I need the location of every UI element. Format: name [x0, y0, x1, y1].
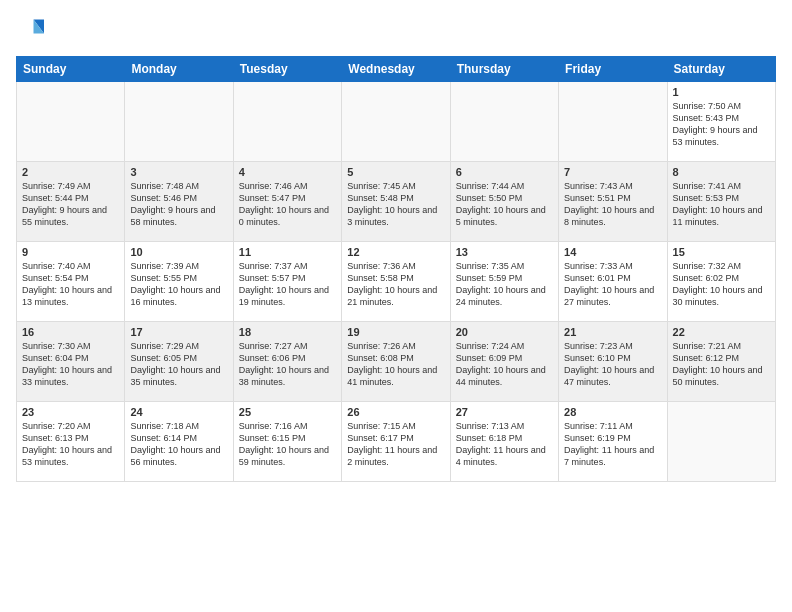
day-info: Sunrise: 7:18 AM Sunset: 6:14 PM Dayligh…	[130, 420, 227, 469]
day-number: 23	[22, 406, 119, 418]
calendar-cell: 18Sunrise: 7:27 AM Sunset: 6:06 PM Dayli…	[233, 322, 341, 402]
day-number: 13	[456, 246, 553, 258]
day-info: Sunrise: 7:11 AM Sunset: 6:19 PM Dayligh…	[564, 420, 661, 469]
calendar-week-row: 9Sunrise: 7:40 AM Sunset: 5:54 PM Daylig…	[17, 242, 776, 322]
weekday-header-wednesday: Wednesday	[342, 57, 450, 82]
day-number: 17	[130, 326, 227, 338]
calendar-cell: 15Sunrise: 7:32 AM Sunset: 6:02 PM Dayli…	[667, 242, 775, 322]
day-number: 22	[673, 326, 770, 338]
calendar-cell	[125, 82, 233, 162]
calendar-cell: 3Sunrise: 7:48 AM Sunset: 5:46 PM Daylig…	[125, 162, 233, 242]
day-number: 26	[347, 406, 444, 418]
calendar-cell	[450, 82, 558, 162]
day-info: Sunrise: 7:32 AM Sunset: 6:02 PM Dayligh…	[673, 260, 770, 309]
calendar-cell	[17, 82, 125, 162]
day-number: 25	[239, 406, 336, 418]
page-header	[16, 16, 776, 44]
calendar-cell: 25Sunrise: 7:16 AM Sunset: 6:15 PM Dayli…	[233, 402, 341, 482]
day-number: 2	[22, 166, 119, 178]
calendar-cell: 24Sunrise: 7:18 AM Sunset: 6:14 PM Dayli…	[125, 402, 233, 482]
day-number: 11	[239, 246, 336, 258]
weekday-header-monday: Monday	[125, 57, 233, 82]
day-number: 8	[673, 166, 770, 178]
day-number: 5	[347, 166, 444, 178]
calendar-cell: 6Sunrise: 7:44 AM Sunset: 5:50 PM Daylig…	[450, 162, 558, 242]
calendar-cell: 28Sunrise: 7:11 AM Sunset: 6:19 PM Dayli…	[559, 402, 667, 482]
day-number: 20	[456, 326, 553, 338]
day-info: Sunrise: 7:13 AM Sunset: 6:18 PM Dayligh…	[456, 420, 553, 469]
calendar-cell: 4Sunrise: 7:46 AM Sunset: 5:47 PM Daylig…	[233, 162, 341, 242]
weekday-header-sunday: Sunday	[17, 57, 125, 82]
calendar-cell	[342, 82, 450, 162]
day-number: 9	[22, 246, 119, 258]
day-number: 14	[564, 246, 661, 258]
weekday-header-row: SundayMondayTuesdayWednesdayThursdayFrid…	[17, 57, 776, 82]
calendar-cell: 10Sunrise: 7:39 AM Sunset: 5:55 PM Dayli…	[125, 242, 233, 322]
day-number: 3	[130, 166, 227, 178]
calendar-cell: 20Sunrise: 7:24 AM Sunset: 6:09 PM Dayli…	[450, 322, 558, 402]
day-info: Sunrise: 7:39 AM Sunset: 5:55 PM Dayligh…	[130, 260, 227, 309]
calendar-cell: 13Sunrise: 7:35 AM Sunset: 5:59 PM Dayli…	[450, 242, 558, 322]
day-info: Sunrise: 7:20 AM Sunset: 6:13 PM Dayligh…	[22, 420, 119, 469]
day-number: 6	[456, 166, 553, 178]
calendar-cell: 12Sunrise: 7:36 AM Sunset: 5:58 PM Dayli…	[342, 242, 450, 322]
day-info: Sunrise: 7:36 AM Sunset: 5:58 PM Dayligh…	[347, 260, 444, 309]
day-number: 18	[239, 326, 336, 338]
day-info: Sunrise: 7:33 AM Sunset: 6:01 PM Dayligh…	[564, 260, 661, 309]
day-info: Sunrise: 7:45 AM Sunset: 5:48 PM Dayligh…	[347, 180, 444, 229]
day-number: 1	[673, 86, 770, 98]
calendar-cell: 16Sunrise: 7:30 AM Sunset: 6:04 PM Dayli…	[17, 322, 125, 402]
day-info: Sunrise: 7:26 AM Sunset: 6:08 PM Dayligh…	[347, 340, 444, 389]
day-info: Sunrise: 7:15 AM Sunset: 6:17 PM Dayligh…	[347, 420, 444, 469]
day-info: Sunrise: 7:43 AM Sunset: 5:51 PM Dayligh…	[564, 180, 661, 229]
calendar-cell	[559, 82, 667, 162]
calendar-cell: 27Sunrise: 7:13 AM Sunset: 6:18 PM Dayli…	[450, 402, 558, 482]
calendar-cell: 1Sunrise: 7:50 AM Sunset: 5:43 PM Daylig…	[667, 82, 775, 162]
calendar-week-row: 16Sunrise: 7:30 AM Sunset: 6:04 PM Dayli…	[17, 322, 776, 402]
calendar-cell: 8Sunrise: 7:41 AM Sunset: 5:53 PM Daylig…	[667, 162, 775, 242]
calendar-cell: 26Sunrise: 7:15 AM Sunset: 6:17 PM Dayli…	[342, 402, 450, 482]
day-info: Sunrise: 7:49 AM Sunset: 5:44 PM Dayligh…	[22, 180, 119, 229]
day-number: 16	[22, 326, 119, 338]
calendar-cell: 21Sunrise: 7:23 AM Sunset: 6:10 PM Dayli…	[559, 322, 667, 402]
day-number: 28	[564, 406, 661, 418]
day-info: Sunrise: 7:23 AM Sunset: 6:10 PM Dayligh…	[564, 340, 661, 389]
day-info: Sunrise: 7:41 AM Sunset: 5:53 PM Dayligh…	[673, 180, 770, 229]
calendar-cell	[667, 402, 775, 482]
day-number: 21	[564, 326, 661, 338]
day-number: 12	[347, 246, 444, 258]
day-info: Sunrise: 7:30 AM Sunset: 6:04 PM Dayligh…	[22, 340, 119, 389]
day-number: 10	[130, 246, 227, 258]
calendar-cell: 5Sunrise: 7:45 AM Sunset: 5:48 PM Daylig…	[342, 162, 450, 242]
day-number: 15	[673, 246, 770, 258]
calendar-cell: 14Sunrise: 7:33 AM Sunset: 6:01 PM Dayli…	[559, 242, 667, 322]
calendar-cell: 23Sunrise: 7:20 AM Sunset: 6:13 PM Dayli…	[17, 402, 125, 482]
calendar-cell: 2Sunrise: 7:49 AM Sunset: 5:44 PM Daylig…	[17, 162, 125, 242]
weekday-header-saturday: Saturday	[667, 57, 775, 82]
logo	[16, 16, 48, 44]
calendar-cell: 19Sunrise: 7:26 AM Sunset: 6:08 PM Dayli…	[342, 322, 450, 402]
day-info: Sunrise: 7:50 AM Sunset: 5:43 PM Dayligh…	[673, 100, 770, 149]
calendar-week-row: 23Sunrise: 7:20 AM Sunset: 6:13 PM Dayli…	[17, 402, 776, 482]
day-info: Sunrise: 7:24 AM Sunset: 6:09 PM Dayligh…	[456, 340, 553, 389]
day-info: Sunrise: 7:46 AM Sunset: 5:47 PM Dayligh…	[239, 180, 336, 229]
day-info: Sunrise: 7:37 AM Sunset: 5:57 PM Dayligh…	[239, 260, 336, 309]
day-number: 7	[564, 166, 661, 178]
calendar-table: SundayMondayTuesdayWednesdayThursdayFrid…	[16, 56, 776, 482]
day-number: 27	[456, 406, 553, 418]
day-info: Sunrise: 7:16 AM Sunset: 6:15 PM Dayligh…	[239, 420, 336, 469]
calendar-cell: 7Sunrise: 7:43 AM Sunset: 5:51 PM Daylig…	[559, 162, 667, 242]
calendar-cell: 9Sunrise: 7:40 AM Sunset: 5:54 PM Daylig…	[17, 242, 125, 322]
day-info: Sunrise: 7:29 AM Sunset: 6:05 PM Dayligh…	[130, 340, 227, 389]
calendar-cell: 11Sunrise: 7:37 AM Sunset: 5:57 PM Dayli…	[233, 242, 341, 322]
day-info: Sunrise: 7:35 AM Sunset: 5:59 PM Dayligh…	[456, 260, 553, 309]
calendar-cell: 17Sunrise: 7:29 AM Sunset: 6:05 PM Dayli…	[125, 322, 233, 402]
day-info: Sunrise: 7:40 AM Sunset: 5:54 PM Dayligh…	[22, 260, 119, 309]
day-number: 24	[130, 406, 227, 418]
logo-icon	[16, 16, 44, 44]
weekday-header-tuesday: Tuesday	[233, 57, 341, 82]
weekday-header-thursday: Thursday	[450, 57, 558, 82]
day-number: 4	[239, 166, 336, 178]
weekday-header-friday: Friday	[559, 57, 667, 82]
calendar-cell	[233, 82, 341, 162]
